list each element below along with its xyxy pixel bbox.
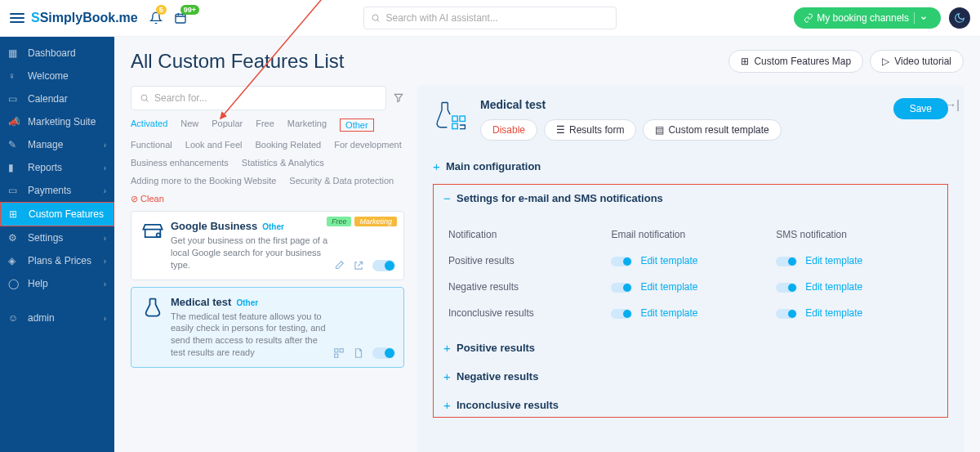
features-list-panel: Search for... Activated New Popular Free… [131,86,404,374]
chevron-right-icon: › [104,141,106,150]
notifications-bell[interactable]: 5 [149,11,163,25]
edit-template-link[interactable]: Edit template [805,281,862,293]
megaphone-icon: 📣 [8,116,21,128]
tag-free[interactable]: Free [256,119,274,132]
medical-large-icon [433,98,469,134]
tag-dev[interactable]: For development [334,140,402,150]
section-negative[interactable]: +Negative results [443,362,938,391]
tag-biz[interactable]: Business enhancements [131,158,229,168]
feature-card-google-business[interactable]: Free Marketing Google BusinessOther Get … [131,211,404,280]
calendar-notif[interactable]: 99+ [174,11,187,25]
save-button[interactable]: Save [893,98,948,119]
chevron-right-icon: › [104,163,106,172]
sidebar-item-marketing[interactable]: 📣Marketing Suite [0,110,114,133]
section-label: Inconclusive results [457,399,559,411]
user-icon: ☺ [8,312,21,324]
gift-icon: ⊞ [9,208,22,220]
btn-label: Results form [569,124,624,136]
feature-toggle[interactable] [372,347,395,359]
tag-new[interactable]: New [180,119,198,132]
sidebar-label: Settings [28,232,63,244]
sms-toggle[interactable] [776,309,797,319]
edit-icon[interactable] [333,260,345,271]
sidebar-label: Help [28,278,48,289]
section-positive[interactable]: +Positive results [443,333,938,362]
notifications-section: −Settings for e-mail and SMS notificatio… [433,184,948,418]
features-map-button[interactable]: ⊞Custom Features Map [728,50,863,73]
doc-icon[interactable] [353,347,364,359]
notifications-table: Notification Email notification SMS noti… [443,221,938,327]
sms-toggle[interactable] [776,257,797,266]
search-icon [371,13,381,23]
svg-rect-10 [452,123,457,128]
svg-rect-6 [340,349,343,352]
tag-adding[interactable]: Adding more to the Booking Website [131,176,276,186]
main-content: All Custom Features List ⊞Custom Feature… [114,37,980,452]
disable-button[interactable]: Disable [480,119,537,141]
sidebar-item-calendar[interactable]: ▭Calendar [0,87,114,110]
sidebar-item-manage[interactable]: ✎Manage› [0,133,114,156]
section-notifications[interactable]: −Settings for e-mail and SMS notificatio… [443,191,938,213]
search-icon [140,93,149,103]
logo[interactable]: SSimplyBook.me [31,11,138,25]
plus-icon: + [443,369,457,383]
booking-channels-button[interactable]: My booking channels [794,7,941,29]
sidebar-item-payments[interactable]: ▭Payments› [0,179,114,202]
feature-toggle[interactable] [372,260,395,271]
feature-search-input[interactable]: Search for... [131,86,386,110]
badge-marketing: Marketing [354,217,397,226]
results-form-button[interactable]: ☰Results form [544,119,636,141]
sidebar-item-dashboard[interactable]: ▦Dashboard [0,42,114,65]
theme-toggle[interactable] [949,7,970,29]
filter-icon[interactable] [393,92,404,104]
tag-activated[interactable]: Activated [131,119,167,132]
row-label: Inconclusive results [445,301,606,325]
tag-other[interactable]: Other [340,119,374,132]
custom-template-button[interactable]: ▤Custom result template [643,119,781,141]
edit-template-link[interactable]: Edit template [640,255,697,266]
card-category: Other [262,222,284,231]
email-toggle[interactable] [611,283,632,293]
tag-clean[interactable]: Clean [131,194,164,204]
tag-security[interactable]: Security & Data protection [289,176,394,186]
tag-marketing[interactable]: Marketing [287,119,327,132]
sms-toggle[interactable] [776,283,797,293]
svg-rect-0 [176,14,185,23]
svg-rect-5 [335,349,338,352]
sidebar-label: Custom Features [29,208,104,220]
tag-look[interactable]: Look and Feel [185,140,243,150]
sidebar-item-plans[interactable]: ◈Plans & Prices› [0,249,114,272]
edit-template-link[interactable]: Edit template [640,307,697,319]
tag-functional[interactable]: Functional [131,140,172,150]
sidebar-label: Reports [28,162,62,173]
tag-stats[interactable]: Statistics & Analytics [242,158,324,168]
video-tutorial-button[interactable]: ▷Video tutorial [870,50,964,73]
sidebar-item-admin[interactable]: ☺admin› [0,307,114,329]
card-icon: ▭ [8,185,21,196]
card-title: Google Business [171,220,257,232]
sidebar-item-reports[interactable]: ▮Reports› [0,156,114,179]
edit-template-link[interactable]: Edit template [805,307,862,319]
section-inconclusive[interactable]: +Inconclusive results [443,391,938,412]
edit-template-link[interactable]: Edit template [805,255,862,266]
email-toggle[interactable] [611,257,632,266]
email-toggle[interactable] [611,309,632,319]
chevron-right-icon: › [104,257,106,266]
svg-point-4 [157,233,161,237]
tag-popular[interactable]: Popular [212,119,243,132]
section-main-config[interactable]: +Main configuration [433,152,948,181]
sidebar-item-custom-features[interactable]: ⊞Custom Features [0,202,114,226]
feature-card-medical-test[interactable]: Medical testOther The medical test featu… [131,287,404,368]
sidebar-item-welcome[interactable]: ♀Welcome [0,65,114,87]
export-icon[interactable] [353,260,364,271]
global-search[interactable]: Search with AI assistant... [363,7,617,29]
badge-free: Free [327,217,352,226]
sidebar-item-settings[interactable]: ⚙Settings› [0,226,114,249]
sidebar-label: Calendar [28,93,68,105]
sidebar-item-help[interactable]: ◯Help› [0,272,114,295]
qr-icon[interactable] [333,347,345,359]
row-label: Negative results [445,275,606,299]
edit-template-link[interactable]: Edit template [640,281,697,293]
menu-toggle[interactable] [10,11,24,25]
tag-booking[interactable]: Booking Related [255,140,321,150]
